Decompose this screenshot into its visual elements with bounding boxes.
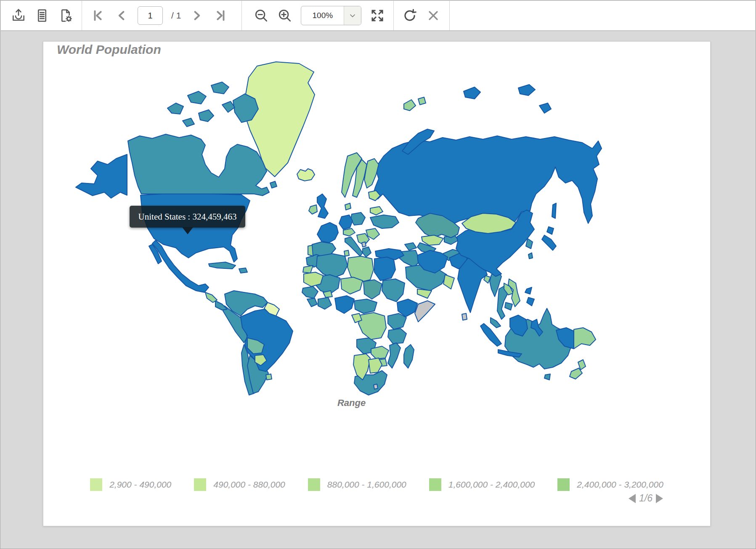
map-region-alaska[interactable]	[76, 154, 127, 198]
map-region-arctic-island[interactable]	[199, 110, 214, 122]
map-country-cameroon-car[interactable]	[354, 299, 377, 313]
toolbar-separator	[393, 1, 394, 30]
legend-item: 880,000 - 1,600,000	[308, 478, 406, 491]
map-region-newfoundland[interactable]	[270, 181, 277, 188]
map-region-svalbard-east[interactable]	[418, 97, 426, 105]
print-layout-button[interactable]	[33, 6, 51, 25]
map-country-germany[interactable]	[339, 215, 353, 229]
map-country-yemen[interactable]	[417, 289, 432, 298]
map-country-mozambique[interactable]	[388, 343, 401, 368]
map-country-malaysia[interactable]	[491, 318, 501, 328]
map-country-czech-austria[interactable]	[343, 228, 355, 236]
map-country-uzbekistan[interactable]	[422, 235, 443, 245]
zoom-dropdown-arrow[interactable]	[344, 6, 361, 25]
map-region-tasmania[interactable]	[544, 374, 550, 380]
map-country-hispaniola[interactable]	[239, 268, 247, 273]
legend-title: Range	[43, 398, 660, 408]
legend-prev-icon[interactable]	[629, 494, 636, 503]
zoom-level-select[interactable]: 100%	[301, 6, 361, 25]
map-country-iceland[interactable]	[297, 169, 315, 181]
map-country-kenya-uganda[interactable]	[388, 313, 406, 329]
map-country-south-korea[interactable]	[526, 239, 533, 249]
map-country-botswana[interactable]	[369, 358, 382, 373]
map-country-west-sahara[interactable]	[303, 265, 313, 273]
map-region-arctic-island[interactable]	[183, 118, 194, 127]
map-country-burkina-faso[interactable]	[323, 291, 332, 297]
map-country-drc[interactable]	[358, 313, 386, 339]
map-country-ireland[interactable]	[309, 205, 317, 214]
map-country-greece[interactable]	[363, 247, 371, 257]
map-country-sri-lanka[interactable]	[462, 313, 467, 320]
map-country-ukraine[interactable]	[370, 215, 399, 228]
map-region-arctic-island[interactable]	[222, 101, 235, 112]
legend-next-icon[interactable]	[656, 494, 663, 503]
map-country-philippines[interactable]	[525, 287, 532, 294]
map-country-oman[interactable]	[443, 275, 454, 289]
page-setup-button[interactable]	[56, 6, 75, 25]
map-region-arctic-island[interactable]	[211, 82, 229, 94]
previous-page-button[interactable]	[112, 6, 131, 25]
map-country-nigeria[interactable]	[335, 296, 354, 313]
map-country-egypt[interactable]	[374, 257, 395, 281]
map-country-taiwan[interactable]	[528, 253, 533, 259]
map-country-guatemala[interactable]	[205, 292, 217, 302]
map-country-france[interactable]	[317, 223, 338, 243]
map-country-denmark[interactable]	[345, 203, 351, 210]
map-region-wrangel-island[interactable]	[539, 103, 551, 113]
map-region-arctic-island[interactable]	[188, 91, 206, 104]
toolbar-separator	[82, 1, 82, 30]
map-country-tanzania[interactable]	[388, 329, 406, 344]
map-country-zambia[interactable]	[371, 346, 389, 359]
map-country-kosovo[interactable]	[362, 242, 366, 247]
map-country-chad[interactable]	[363, 280, 382, 299]
map-country-philippines-south[interactable]	[527, 297, 534, 306]
map-country-senegal-guinea[interactable]	[302, 286, 318, 298]
map-region-honshu[interactable]	[542, 235, 556, 250]
refresh-button[interactable]	[401, 6, 419, 25]
map-country-madagascar[interactable]	[404, 345, 414, 368]
page-number-input[interactable]	[138, 6, 163, 25]
map-region-new-siberian-islands[interactable]	[518, 85, 535, 95]
map-region-severnaya-zemlya[interactable]	[464, 87, 480, 99]
next-page-button[interactable]	[188, 6, 206, 25]
map-country-niger[interactable]	[341, 277, 363, 294]
legend-item: 2,400,000 - 3,200,000	[557, 478, 663, 491]
map-country-lesotho[interactable]	[374, 384, 378, 389]
legend-swatch	[429, 478, 441, 491]
map-country-cambodia[interactable]	[505, 302, 512, 310]
map-country-ivory-coast-ghana[interactable]	[318, 297, 332, 309]
map-region-hokkaido[interactable]	[547, 227, 554, 234]
map-country-poland[interactable]	[351, 212, 365, 225]
map-country-belarus[interactable]	[370, 207, 383, 215]
zoom-out-button[interactable]	[252, 6, 271, 25]
zoom-in-button[interactable]	[276, 6, 294, 25]
first-page-button[interactable]	[89, 6, 107, 25]
map-country-somalia[interactable]	[415, 301, 435, 322]
map-country-cuba[interactable]	[209, 262, 236, 269]
map-country-papua-new-guinea[interactable]	[574, 328, 596, 349]
map-country-central-america-south[interactable]	[215, 301, 227, 310]
map-country-sierra-leone-liberia[interactable]	[307, 298, 317, 307]
map-country-tunisia[interactable]	[344, 250, 349, 256]
legend-swatch	[194, 478, 206, 491]
legend-label: 2,900 - 490,000	[109, 480, 171, 490]
map-country-caucasus[interactable]	[405, 243, 416, 250]
export-button[interactable]	[9, 6, 28, 25]
report-viewer-area: World Population	[1, 32, 755, 548]
map-region-sakhalin[interactable]	[552, 203, 556, 218]
map-country-new-zealand-south[interactable]	[570, 368, 582, 379]
map-region-arctic-island[interactable]	[167, 103, 183, 114]
legend-page-label: 1/6	[639, 493, 653, 504]
map-country-mauritania[interactable]	[304, 272, 323, 286]
map-tooltip-caret	[182, 227, 193, 234]
map-country-united-kingdom[interactable]	[317, 194, 328, 218]
close-button[interactable]	[424, 6, 443, 25]
map-country-uruguay[interactable]	[266, 374, 272, 380]
map-region-svalbard[interactable]	[404, 100, 416, 111]
previous-page-icon	[114, 8, 129, 23]
map-country-canada[interactable]	[128, 134, 269, 196]
fullscreen-button[interactable]	[368, 6, 387, 25]
map-country-portugal[interactable]	[308, 245, 313, 256]
last-page-button[interactable]	[211, 6, 230, 25]
map-country-sudan[interactable]	[382, 279, 405, 302]
